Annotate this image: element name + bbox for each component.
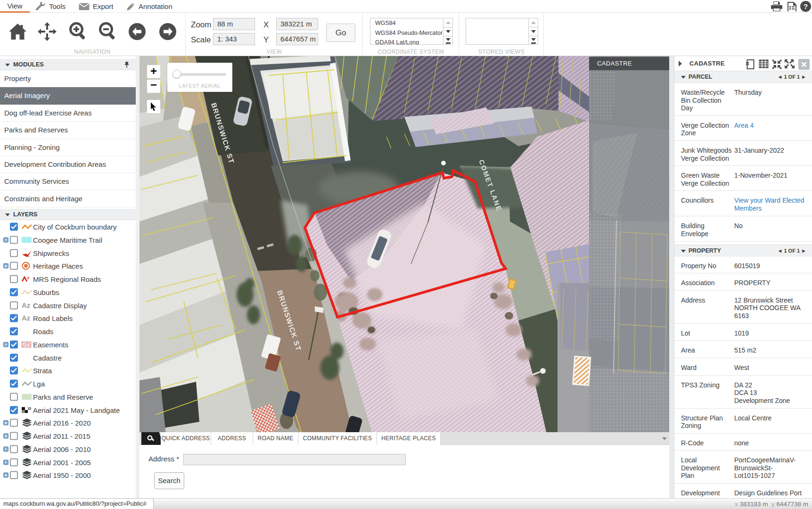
svg-text:?: ?: [804, 2, 808, 10]
svg-text:Az: Az: [22, 302, 30, 309]
svg-text:Az: Az: [22, 315, 30, 321]
